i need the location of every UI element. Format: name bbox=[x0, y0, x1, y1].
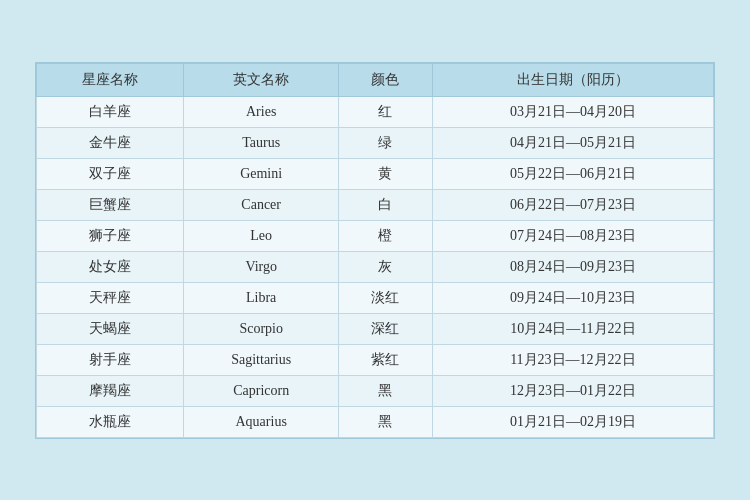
table-row: 天秤座Libra淡红09月24日—10月23日 bbox=[37, 282, 714, 313]
column-header-0: 星座名称 bbox=[37, 63, 184, 96]
zodiac-table: 星座名称英文名称颜色出生日期（阳历） 白羊座Aries红03月21日—04月20… bbox=[36, 63, 714, 438]
table-cell-6-1: Libra bbox=[184, 282, 339, 313]
table-row: 处女座Virgo灰08月24日—09月23日 bbox=[37, 251, 714, 282]
table-cell-5-0: 处女座 bbox=[37, 251, 184, 282]
table-header-row: 星座名称英文名称颜色出生日期（阳历） bbox=[37, 63, 714, 96]
table-row: 狮子座Leo橙07月24日—08月23日 bbox=[37, 220, 714, 251]
table-cell-0-2: 红 bbox=[339, 96, 433, 127]
table-cell-4-1: Leo bbox=[184, 220, 339, 251]
table-cell-4-2: 橙 bbox=[339, 220, 433, 251]
table-cell-4-0: 狮子座 bbox=[37, 220, 184, 251]
table-row: 摩羯座Capricorn黑12月23日—01月22日 bbox=[37, 375, 714, 406]
table-cell-3-3: 06月22日—07月23日 bbox=[432, 189, 713, 220]
table-row: 天蝎座Scorpio深红10月24日—11月22日 bbox=[37, 313, 714, 344]
table-row: 水瓶座Aquarius黑01月21日—02月19日 bbox=[37, 406, 714, 437]
table-cell-9-3: 12月23日—01月22日 bbox=[432, 375, 713, 406]
table-cell-10-3: 01月21日—02月19日 bbox=[432, 406, 713, 437]
table-cell-0-0: 白羊座 bbox=[37, 96, 184, 127]
column-header-3: 出生日期（阳历） bbox=[432, 63, 713, 96]
column-header-2: 颜色 bbox=[339, 63, 433, 96]
table-cell-7-2: 深红 bbox=[339, 313, 433, 344]
table-row: 双子座Gemini黄05月22日—06月21日 bbox=[37, 158, 714, 189]
table-cell-6-0: 天秤座 bbox=[37, 282, 184, 313]
table-cell-1-1: Taurus bbox=[184, 127, 339, 158]
table-row: 射手座Sagittarius紫红11月23日—12月22日 bbox=[37, 344, 714, 375]
table-cell-6-2: 淡红 bbox=[339, 282, 433, 313]
table-cell-5-1: Virgo bbox=[184, 251, 339, 282]
table-cell-10-0: 水瓶座 bbox=[37, 406, 184, 437]
zodiac-table-container: 星座名称英文名称颜色出生日期（阳历） 白羊座Aries红03月21日—04月20… bbox=[35, 62, 715, 439]
table-cell-5-3: 08月24日—09月23日 bbox=[432, 251, 713, 282]
table-cell-7-3: 10月24日—11月22日 bbox=[432, 313, 713, 344]
table-cell-8-2: 紫红 bbox=[339, 344, 433, 375]
table-cell-7-1: Scorpio bbox=[184, 313, 339, 344]
table-row: 白羊座Aries红03月21日—04月20日 bbox=[37, 96, 714, 127]
table-cell-2-1: Gemini bbox=[184, 158, 339, 189]
table-cell-10-1: Aquarius bbox=[184, 406, 339, 437]
table-cell-8-0: 射手座 bbox=[37, 344, 184, 375]
table-cell-7-0: 天蝎座 bbox=[37, 313, 184, 344]
table-cell-9-1: Capricorn bbox=[184, 375, 339, 406]
table-cell-2-3: 05月22日—06月21日 bbox=[432, 158, 713, 189]
table-cell-1-0: 金牛座 bbox=[37, 127, 184, 158]
table-cell-1-3: 04月21日—05月21日 bbox=[432, 127, 713, 158]
table-cell-8-1: Sagittarius bbox=[184, 344, 339, 375]
table-cell-5-2: 灰 bbox=[339, 251, 433, 282]
table-cell-9-0: 摩羯座 bbox=[37, 375, 184, 406]
table-cell-0-3: 03月21日—04月20日 bbox=[432, 96, 713, 127]
table-cell-3-2: 白 bbox=[339, 189, 433, 220]
table-row: 巨蟹座Cancer白06月22日—07月23日 bbox=[37, 189, 714, 220]
table-cell-8-3: 11月23日—12月22日 bbox=[432, 344, 713, 375]
table-cell-10-2: 黑 bbox=[339, 406, 433, 437]
table-cell-3-1: Cancer bbox=[184, 189, 339, 220]
column-header-1: 英文名称 bbox=[184, 63, 339, 96]
table-cell-6-3: 09月24日—10月23日 bbox=[432, 282, 713, 313]
table-row: 金牛座Taurus绿04月21日—05月21日 bbox=[37, 127, 714, 158]
table-cell-2-0: 双子座 bbox=[37, 158, 184, 189]
table-cell-0-1: Aries bbox=[184, 96, 339, 127]
table-cell-3-0: 巨蟹座 bbox=[37, 189, 184, 220]
table-cell-2-2: 黄 bbox=[339, 158, 433, 189]
table-cell-4-3: 07月24日—08月23日 bbox=[432, 220, 713, 251]
table-cell-9-2: 黑 bbox=[339, 375, 433, 406]
table-cell-1-2: 绿 bbox=[339, 127, 433, 158]
